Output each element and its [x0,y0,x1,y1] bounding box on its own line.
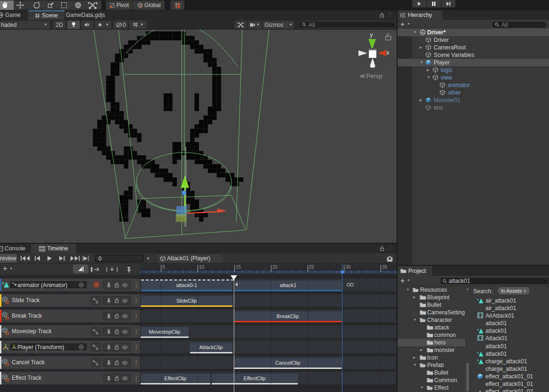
svg-text:{}: {} [6,315,9,320]
svg-text:{}: {} [6,300,9,304]
svg-text:{}: {} [6,362,9,367]
svg-text:Y: Y [135,24,137,28]
svg-text:{}: {} [6,331,9,336]
svg-text:{}: {} [6,377,9,382]
